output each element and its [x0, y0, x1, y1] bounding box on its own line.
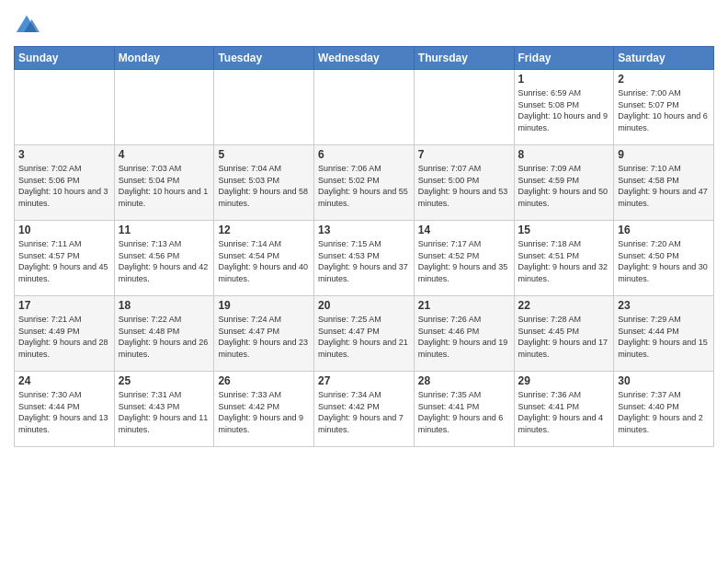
calendar-cell: 27Sunrise: 7:34 AM Sunset: 4:42 PM Dayli… — [314, 372, 415, 447]
calendar-cell — [214, 70, 314, 145]
col-header-saturday: Saturday — [614, 47, 714, 70]
day-info: Sunrise: 7:10 AM Sunset: 4:58 PM Dayligh… — [618, 163, 710, 209]
calendar-cell — [15, 70, 115, 145]
day-number: 29 — [518, 374, 610, 387]
col-header-tuesday: Tuesday — [214, 47, 314, 70]
calendar-cell: 15Sunrise: 7:18 AM Sunset: 4:51 PM Dayli… — [514, 221, 614, 296]
calendar-cell: 3Sunrise: 7:02 AM Sunset: 5:06 PM Daylig… — [15, 145, 115, 221]
calendar-cell: 13Sunrise: 7:15 AM Sunset: 4:53 PM Dayli… — [314, 221, 415, 296]
logo-icon — [14, 13, 40, 39]
day-number: 19 — [218, 299, 310, 312]
day-info: Sunrise: 7:18 AM Sunset: 4:51 PM Dayligh… — [518, 238, 610, 284]
day-number: 13 — [318, 224, 410, 236]
day-info: Sunrise: 7:33 AM Sunset: 4:42 PM Dayligh… — [218, 389, 310, 435]
calendar-cell: 24Sunrise: 7:30 AM Sunset: 4:44 PM Dayli… — [15, 372, 115, 447]
day-number: 9 — [618, 148, 710, 161]
day-number: 7 — [418, 148, 510, 161]
calendar-cell: 10Sunrise: 7:11 AM Sunset: 4:57 PM Dayli… — [15, 221, 115, 296]
day-info: Sunrise: 7:09 AM Sunset: 4:59 PM Dayligh… — [518, 163, 610, 209]
calendar-cell: 12Sunrise: 7:14 AM Sunset: 4:54 PM Dayli… — [214, 221, 314, 296]
calendar-cell: 18Sunrise: 7:22 AM Sunset: 4:48 PM Dayli… — [114, 296, 214, 372]
day-number: 20 — [318, 299, 410, 312]
day-number: 12 — [218, 224, 310, 236]
day-info: Sunrise: 7:37 AM Sunset: 4:40 PM Dayligh… — [618, 389, 710, 435]
calendar-cell: 17Sunrise: 7:21 AM Sunset: 4:49 PM Dayli… — [15, 296, 115, 372]
calendar-cell — [114, 70, 214, 145]
calendar-cell: 30Sunrise: 7:37 AM Sunset: 4:40 PM Dayli… — [614, 372, 714, 447]
calendar-cell: 2Sunrise: 7:00 AM Sunset: 5:07 PM Daylig… — [614, 70, 714, 145]
calendar-cell: 6Sunrise: 7:06 AM Sunset: 5:02 PM Daylig… — [314, 145, 415, 221]
logo — [14, 13, 43, 39]
calendar-cell: 25Sunrise: 7:31 AM Sunset: 4:43 PM Dayli… — [114, 372, 214, 447]
day-info: Sunrise: 7:20 AM Sunset: 4:50 PM Dayligh… — [618, 238, 710, 284]
header — [14, 9, 714, 39]
calendar-cell — [314, 70, 415, 145]
day-info: Sunrise: 7:11 AM Sunset: 4:57 PM Dayligh… — [18, 238, 110, 284]
col-header-friday: Friday — [514, 47, 614, 70]
day-number: 3 — [18, 148, 110, 161]
day-number: 27 — [318, 374, 410, 387]
calendar-header-row: SundayMondayTuesdayWednesdayThursdayFrid… — [15, 47, 714, 70]
calendar-cell: 5Sunrise: 7:04 AM Sunset: 5:03 PM Daylig… — [214, 145, 314, 221]
day-info: Sunrise: 7:30 AM Sunset: 4:44 PM Dayligh… — [18, 389, 110, 435]
day-number: 22 — [518, 299, 610, 312]
day-info: Sunrise: 7:14 AM Sunset: 4:54 PM Dayligh… — [218, 238, 310, 284]
day-number: 15 — [518, 224, 610, 236]
calendar-cell: 23Sunrise: 7:29 AM Sunset: 4:44 PM Dayli… — [614, 296, 714, 372]
day-number: 25 — [119, 374, 210, 387]
day-number: 17 — [18, 299, 110, 312]
day-number: 30 — [618, 374, 710, 387]
calendar-cell: 20Sunrise: 7:25 AM Sunset: 4:47 PM Dayli… — [314, 296, 415, 372]
calendar-cell: 22Sunrise: 7:28 AM Sunset: 4:45 PM Dayli… — [514, 296, 614, 372]
day-number: 28 — [418, 374, 510, 387]
calendar-cell: 11Sunrise: 7:13 AM Sunset: 4:56 PM Dayli… — [114, 221, 214, 296]
day-info: Sunrise: 7:00 AM Sunset: 5:07 PM Dayligh… — [618, 87, 710, 133]
col-header-monday: Monday — [114, 47, 214, 70]
day-info: Sunrise: 6:59 AM Sunset: 5:08 PM Dayligh… — [518, 87, 610, 133]
day-number: 18 — [119, 299, 210, 312]
calendar-week-2: 3Sunrise: 7:02 AM Sunset: 5:06 PM Daylig… — [15, 145, 714, 221]
day-info: Sunrise: 7:35 AM Sunset: 4:41 PM Dayligh… — [418, 389, 510, 435]
day-number: 14 — [418, 224, 510, 236]
day-number: 1 — [518, 73, 610, 86]
col-header-wednesday: Wednesday — [314, 47, 415, 70]
day-number: 2 — [618, 73, 710, 86]
day-info: Sunrise: 7:06 AM Sunset: 5:02 PM Dayligh… — [318, 163, 410, 209]
day-info: Sunrise: 7:26 AM Sunset: 4:46 PM Dayligh… — [418, 314, 510, 360]
calendar-cell: 8Sunrise: 7:09 AM Sunset: 4:59 PM Daylig… — [514, 145, 614, 221]
day-number: 23 — [618, 299, 710, 312]
calendar-week-4: 17Sunrise: 7:21 AM Sunset: 4:49 PM Dayli… — [15, 296, 714, 372]
day-info: Sunrise: 7:24 AM Sunset: 4:47 PM Dayligh… — [218, 314, 310, 360]
day-info: Sunrise: 7:21 AM Sunset: 4:49 PM Dayligh… — [18, 314, 110, 360]
calendar-week-5: 24Sunrise: 7:30 AM Sunset: 4:44 PM Dayli… — [15, 372, 714, 447]
calendar-cell: 26Sunrise: 7:33 AM Sunset: 4:42 PM Dayli… — [214, 372, 314, 447]
day-info: Sunrise: 7:17 AM Sunset: 4:52 PM Dayligh… — [418, 238, 510, 284]
calendar-cell — [414, 70, 514, 145]
calendar-week-3: 10Sunrise: 7:11 AM Sunset: 4:57 PM Dayli… — [15, 221, 714, 296]
calendar-cell: 21Sunrise: 7:26 AM Sunset: 4:46 PM Dayli… — [414, 296, 514, 372]
day-number: 4 — [119, 148, 210, 161]
calendar-cell: 16Sunrise: 7:20 AM Sunset: 4:50 PM Dayli… — [614, 221, 714, 296]
calendar-cell: 29Sunrise: 7:36 AM Sunset: 4:41 PM Dayli… — [514, 372, 614, 447]
calendar-cell: 28Sunrise: 7:35 AM Sunset: 4:41 PM Dayli… — [414, 372, 514, 447]
day-info: Sunrise: 7:28 AM Sunset: 4:45 PM Dayligh… — [518, 314, 610, 360]
day-number: 8 — [518, 148, 610, 161]
day-number: 10 — [18, 224, 110, 236]
calendar-cell: 4Sunrise: 7:03 AM Sunset: 5:04 PM Daylig… — [114, 145, 214, 221]
calendar-cell: 9Sunrise: 7:10 AM Sunset: 4:58 PM Daylig… — [614, 145, 714, 221]
calendar-table: SundayMondayTuesdayWednesdayThursdayFrid… — [14, 46, 714, 447]
day-info: Sunrise: 7:22 AM Sunset: 4:48 PM Dayligh… — [119, 314, 210, 360]
day-info: Sunrise: 7:03 AM Sunset: 5:04 PM Dayligh… — [119, 163, 210, 209]
day-info: Sunrise: 7:25 AM Sunset: 4:47 PM Dayligh… — [318, 314, 410, 360]
day-info: Sunrise: 7:36 AM Sunset: 4:41 PM Dayligh… — [518, 389, 610, 435]
day-info: Sunrise: 7:13 AM Sunset: 4:56 PM Dayligh… — [119, 238, 210, 284]
day-info: Sunrise: 7:07 AM Sunset: 5:00 PM Dayligh… — [418, 163, 510, 209]
col-header-sunday: Sunday — [15, 47, 115, 70]
day-number: 11 — [119, 224, 210, 236]
calendar-cell: 19Sunrise: 7:24 AM Sunset: 4:47 PM Dayli… — [214, 296, 314, 372]
day-info: Sunrise: 7:34 AM Sunset: 4:42 PM Dayligh… — [318, 389, 410, 435]
day-number: 26 — [218, 374, 310, 387]
day-number: 16 — [618, 224, 710, 236]
col-header-thursday: Thursday — [414, 47, 514, 70]
day-number: 24 — [18, 374, 110, 387]
